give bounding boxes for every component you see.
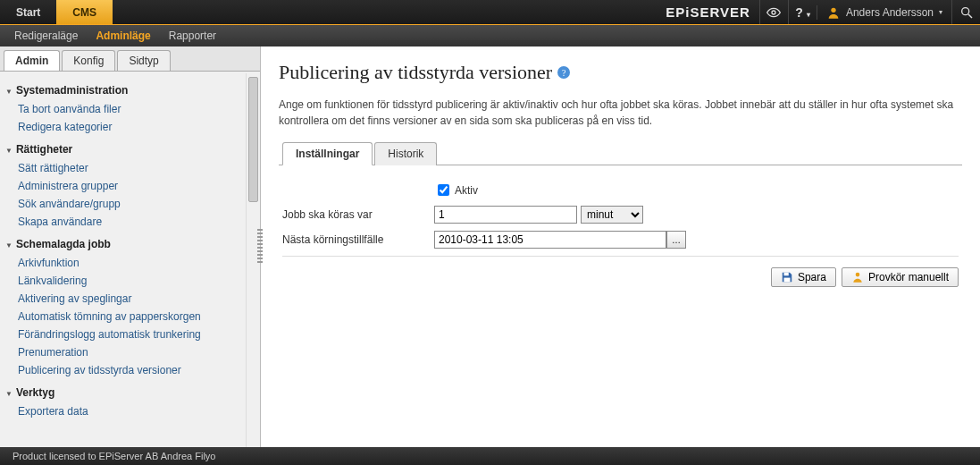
sidebar-tree: Systemadministration Ta bort oanvända fi… bbox=[0, 72, 260, 447]
interval-label: Jobb ska köras var bbox=[282, 208, 434, 221]
svg-point-6 bbox=[856, 273, 860, 277]
tree-item[interactable]: Sätt rättigheter bbox=[18, 159, 258, 177]
run-icon bbox=[851, 271, 864, 283]
svg-point-0 bbox=[772, 11, 775, 14]
divider bbox=[282, 256, 959, 257]
topbar: Start CMS EPiSERVER ? ▾ Anders Andersson… bbox=[0, 0, 980, 25]
svg-rect-5 bbox=[783, 278, 790, 283]
interval-input[interactable] bbox=[434, 206, 577, 224]
next-run-input[interactable] bbox=[434, 231, 666, 249]
preview-icon[interactable] bbox=[759, 0, 788, 24]
run-button[interactable]: Provkör manuellt bbox=[842, 267, 959, 287]
user-menu[interactable]: Anders Andersson ▾ bbox=[817, 5, 951, 20]
tree-item[interactable]: Ta bort oanvända filer bbox=[18, 100, 258, 118]
run-button-label: Provkör manuellt bbox=[868, 271, 949, 283]
subbar-admin[interactable]: Adminläge bbox=[87, 30, 159, 42]
user-name: Anders Andersson bbox=[846, 6, 934, 19]
main-content: Publicering av tidsstyrda versioner ? An… bbox=[261, 46, 980, 447]
tree-item[interactable]: Sök användare/grupp bbox=[18, 195, 258, 213]
topbar-tabs: Start CMS bbox=[0, 0, 113, 24]
tree-item[interactable]: Publicering av tidsstyrda versioner bbox=[18, 361, 258, 379]
svg-point-2 bbox=[961, 7, 968, 14]
svg-point-1 bbox=[831, 7, 835, 12]
date-picker-button[interactable]: … bbox=[666, 231, 686, 249]
tree-item[interactable]: Automatisk tömning av papperskorgen bbox=[18, 308, 258, 326]
tree-item[interactable]: Prenumeration bbox=[18, 343, 258, 361]
help-icon[interactable]: ? ▾ bbox=[788, 0, 817, 24]
tree-section-scheduled[interactable]: Schemalagda jobb bbox=[5, 238, 258, 250]
top-tab-cms[interactable]: CMS bbox=[56, 0, 113, 24]
search-icon[interactable] bbox=[951, 0, 980, 24]
save-icon bbox=[781, 271, 793, 283]
svg-line-3 bbox=[968, 14, 972, 18]
tab-settings[interactable]: Inställningar bbox=[282, 142, 373, 165]
active-checkbox[interactable] bbox=[438, 184, 449, 196]
action-bar: Spara Provkör manuellt bbox=[282, 267, 959, 287]
top-tab-start[interactable]: Start bbox=[0, 0, 56, 24]
brand-logo: EPiSERVER bbox=[657, 4, 759, 20]
page-description: Ange om funktionen för tidsstyrd publice… bbox=[279, 97, 962, 129]
topbar-right: EPiSERVER ? ▾ Anders Andersson ▾ bbox=[657, 0, 980, 24]
page-title: Publicering av tidsstyrda versioner ? bbox=[279, 61, 962, 84]
chevron-down-icon: ▾ bbox=[939, 8, 942, 16]
tree-section-tools[interactable]: Verktyg bbox=[5, 386, 258, 399]
tree-section-sysadmin[interactable]: Systemadministration bbox=[5, 84, 258, 97]
next-run-label: Nästa körningstillfälle bbox=[282, 233, 434, 246]
active-label: Aktiv bbox=[455, 184, 478, 197]
tree-item[interactable]: Exportera data bbox=[18, 402, 258, 420]
tree-item[interactable]: Arkivfunktion bbox=[18, 254, 258, 272]
subbar-reports[interactable]: Rapporter bbox=[160, 30, 225, 42]
sidebar-resize-handle[interactable] bbox=[257, 229, 263, 265]
sidebar-tabs: Admin Konfig Sidtyp bbox=[0, 46, 260, 72]
interval-unit-select[interactable]: minut bbox=[581, 206, 643, 224]
tree-section-rights[interactable]: Rättigheter bbox=[5, 143, 258, 156]
subbar-edit[interactable]: Redigeraläge bbox=[5, 30, 87, 42]
tree-item[interactable]: Redigera kategorier bbox=[18, 118, 258, 136]
save-button[interactable]: Spara bbox=[771, 267, 836, 287]
save-button-label: Spara bbox=[798, 271, 826, 283]
tree-item[interactable]: Administrera grupper bbox=[18, 177, 258, 195]
tree-item[interactable]: Aktivering av speglingar bbox=[18, 290, 258, 308]
page-help-icon[interactable]: ? bbox=[557, 66, 570, 79]
tree-item[interactable]: Skapa användare bbox=[18, 213, 258, 231]
page-title-text: Publicering av tidsstyrda versioner bbox=[279, 61, 552, 84]
sidebar-tab-sidtyp[interactable]: Sidtyp bbox=[117, 50, 170, 71]
sidebar-tab-admin[interactable]: Admin bbox=[4, 50, 60, 71]
content-tabs: Inställningar Historik bbox=[279, 141, 962, 165]
sidebar-scroll-thumb[interactable] bbox=[248, 77, 258, 202]
tree-item[interactable]: Länkvalidering bbox=[18, 272, 258, 290]
user-icon bbox=[826, 5, 841, 20]
tree-item[interactable]: Förändringslogg automatisk trunkering bbox=[18, 326, 258, 343]
tab-history[interactable]: Historik bbox=[374, 142, 437, 165]
footer: Product licensed to EPiServer AB Andrea … bbox=[0, 447, 980, 465]
sidebar-tab-konfig[interactable]: Konfig bbox=[62, 50, 115, 71]
footer-text: Product licensed to EPiServer AB Andrea … bbox=[13, 451, 215, 461]
svg-rect-4 bbox=[783, 273, 788, 276]
sidebar: Admin Konfig Sidtyp Systemadministration… bbox=[0, 46, 261, 447]
settings-form: Aktiv Jobb ska köras var minut Nästa kör… bbox=[279, 165, 962, 303]
subbar: Redigeraläge Adminläge Rapporter bbox=[0, 25, 980, 46]
